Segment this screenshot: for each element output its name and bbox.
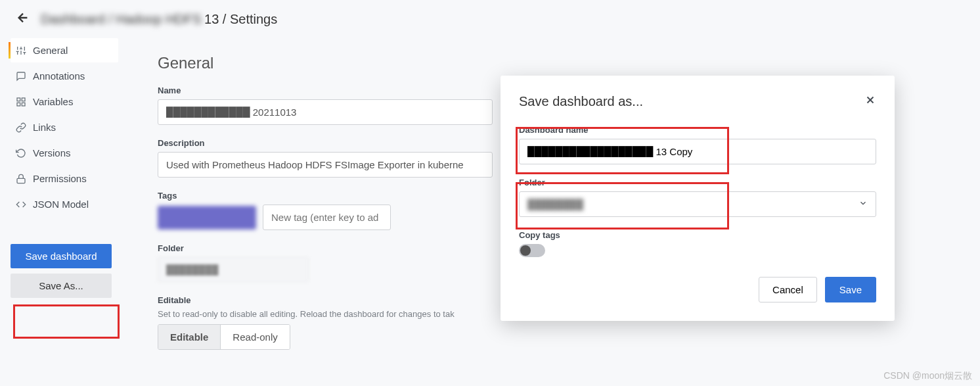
copy-tags-label: Copy tags: [519, 230, 876, 240]
watermark: CSDN @moon烟云散: [883, 370, 972, 382]
tag-input[interactable]: [263, 205, 391, 230]
dashboard-name-field: Dashboard name: [519, 125, 876, 164]
sidebar-item-label: Versions: [33, 147, 71, 158]
breadcrumb: Dashboard / Hadoop HDFS 13 / Settings: [41, 12, 277, 27]
page-header: Dashboard / Hadoop HDFS 13 / Settings: [0, 0, 980, 38]
link-icon: [16, 122, 26, 133]
modal-save-button[interactable]: Save: [825, 277, 876, 302]
cancel-button[interactable]: Cancel: [759, 277, 817, 302]
lock-icon: [16, 174, 26, 184]
svg-rect-11: [22, 103, 25, 106]
modal-folder-label: Folder: [519, 178, 876, 187]
modal-folder-select[interactable]: ████████: [519, 191, 876, 217]
chevron-down-icon: [858, 199, 868, 210]
close-icon[interactable]: [864, 94, 876, 109]
svg-rect-12: [17, 103, 20, 106]
back-arrow-icon[interactable]: [16, 11, 30, 28]
settings-sidebar: General Annotations Variables Links Vers…: [0, 38, 118, 363]
save-as-button[interactable]: Save As...: [11, 274, 112, 298]
sidebar-item-label: Links: [33, 122, 56, 133]
code-icon: [16, 199, 26, 210]
sidebar-item-label: General: [33, 45, 68, 56]
editable-toggle: Editable Read-only: [158, 324, 290, 350]
sidebar-item-general[interactable]: General: [11, 38, 118, 62]
copy-tags-field: Copy tags: [519, 230, 876, 257]
section-title: General: [158, 54, 980, 72]
variables-icon: [16, 97, 26, 107]
editable-option-button[interactable]: Editable: [158, 325, 220, 349]
sidebar-item-versions[interactable]: Versions: [11, 141, 118, 165]
dashboard-name-label: Dashboard name: [519, 125, 876, 135]
sidebar-item-label: Annotations: [33, 70, 85, 82]
svg-rect-13: [17, 178, 25, 183]
sidebar-item-variables[interactable]: Variables: [11, 89, 118, 114]
modal-title: Save dashboard as...: [519, 94, 643, 109]
sidebar-item-json-model[interactable]: JSON Model: [11, 192, 118, 216]
dashboard-name-input[interactable]: [519, 139, 876, 164]
description-input[interactable]: [158, 152, 493, 178]
sidebar-item-label: JSON Model: [33, 199, 89, 210]
save-as-modal: Save dashboard as... Dashboard name Fold…: [501, 76, 895, 321]
sidebar-item-label: Variables: [33, 96, 73, 107]
sidebar-item-links[interactable]: Links: [11, 115, 118, 139]
readonly-option-button[interactable]: Read-only: [220, 325, 289, 349]
svg-rect-9: [17, 98, 20, 101]
save-dashboard-button[interactable]: Save dashboard: [11, 244, 112, 268]
tag-chip[interactable]: [158, 206, 256, 229]
sidebar-item-label: Permissions: [33, 173, 87, 184]
svg-rect-10: [22, 98, 25, 101]
sliders-icon: [16, 45, 26, 56]
history-icon: [16, 148, 26, 158]
folder-display[interactable]: ████████: [158, 257, 309, 282]
copy-tags-switch[interactable]: [519, 244, 545, 257]
comment-icon: [16, 71, 26, 82]
sidebar-item-permissions[interactable]: Permissions: [11, 166, 118, 191]
modal-folder-field: Folder ████████: [519, 178, 876, 217]
sidebar-item-annotations[interactable]: Annotations: [11, 64, 118, 88]
name-input[interactable]: [158, 99, 493, 125]
